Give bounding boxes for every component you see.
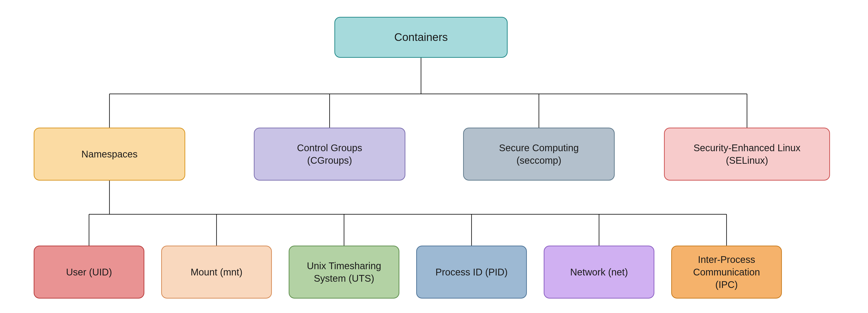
node-user-uid: User (UID) [34, 246, 144, 298]
node-uts: Unix TimesharingSystem (UTS) [289, 246, 399, 298]
node-cgroups: Control Groups(CGroups) [254, 127, 405, 180]
node-network: Network (net) [544, 246, 654, 298]
node-pid: Process ID (PID) [416, 246, 527, 298]
node-containers: Containers [334, 17, 507, 58]
node-selinux: Security-Enhanced Linux(SELinux) [664, 127, 830, 180]
node-mount-mnt: Mount (mnt) [161, 246, 272, 298]
node-namespaces: Namespaces [34, 127, 185, 180]
node-seccomp: Secure Computing(seccomp) [463, 127, 615, 180]
node-ipc: Inter-ProcessCommunication(IPC) [671, 246, 782, 298]
